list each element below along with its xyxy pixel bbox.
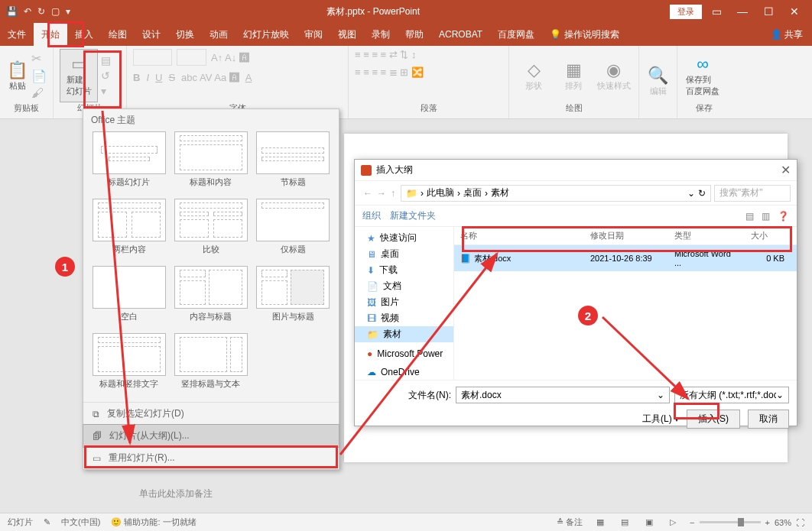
new-slide-button[interactable]: ▭新建 幻灯片	[60, 49, 98, 102]
help-icon[interactable]: ❓	[770, 211, 789, 222]
tab-slideshow[interactable]: 幻灯片放映	[235, 23, 297, 46]
tree-downloads[interactable]: ⬇下载	[355, 262, 453, 278]
zoom-slider[interactable]	[700, 521, 761, 523]
menu-duplicate-slides[interactable]: ⧉复制选定幻灯片(D)	[83, 403, 339, 425]
layout-vtitle-text[interactable]: 竖排标题与文本	[173, 333, 248, 394]
qat-dropdown-icon[interactable]: ▾	[66, 6, 70, 17]
notes-button[interactable]: ≙ 备注	[557, 516, 583, 528]
menu-reuse-slides[interactable]: ▭重用幻灯片(R)...	[83, 447, 339, 469]
tree-quick-access[interactable]: ★快速访问	[355, 230, 453, 246]
status-slide[interactable]: 幻灯片	[8, 516, 33, 528]
tab-home[interactable]: 开始	[34, 23, 67, 46]
tab-insert[interactable]: 插入	[67, 23, 101, 46]
view-options-icon[interactable]: ▤	[738, 211, 754, 222]
maximize-icon[interactable]: ☐	[757, 5, 780, 18]
editing-button[interactable]: 🔍编辑	[645, 55, 671, 108]
layout-title-slide[interactable]: 标题幻灯片	[91, 131, 167, 193]
preview-pane-icon[interactable]: ▥	[754, 211, 770, 222]
reading-view-icon[interactable]: ▣	[642, 517, 656, 527]
chevron-down-icon[interactable]: ⌄	[776, 390, 784, 400]
cancel-button[interactable]: 取消	[748, 410, 789, 429]
tools-button[interactable]: 工具(L) ▾	[642, 413, 679, 426]
zoom-control[interactable]: − + 63% ⛶	[690, 518, 804, 527]
from-start-icon[interactable]: ▢	[51, 6, 60, 17]
new-folder-button[interactable]: 新建文件夹	[390, 210, 445, 221]
section-icon[interactable]: ▾	[101, 85, 111, 97]
styles-button[interactable]: ◉快速样式	[596, 49, 632, 102]
tab-help[interactable]: 帮助	[398, 23, 431, 46]
ribbon-options-icon[interactable]: ▭	[705, 5, 728, 18]
chevron-down-icon[interactable]: ⌄	[687, 188, 695, 199]
tree-videos[interactable]: 🎞视频	[355, 310, 453, 326]
login-button[interactable]: 登录	[670, 5, 702, 19]
spellcheck-icon[interactable]: ✎	[44, 517, 50, 527]
zoom-in-icon[interactable]: +	[765, 518, 770, 527]
close-icon[interactable]: ✕	[783, 5, 806, 18]
layout-section-header[interactable]: 节标题	[255, 131, 331, 193]
breadcrumb[interactable]: 📁 › 此电脑 › 桌面 › 素材 ⌄↻	[401, 185, 711, 202]
col-date[interactable]: 修改日期	[584, 227, 668, 244]
nav-forward-icon[interactable]: →	[375, 188, 388, 199]
layout-icon[interactable]: ▤	[101, 54, 111, 66]
tab-record[interactable]: 录制	[364, 23, 398, 46]
layout-title-vtext[interactable]: 标题和竖排文字	[91, 333, 167, 394]
format-painter-icon[interactable]: 🖌	[31, 86, 47, 100]
col-type[interactable]: 类型	[668, 227, 745, 244]
paste-button[interactable]: 📋粘贴	[6, 49, 28, 102]
sorter-view-icon[interactable]: ▤	[618, 517, 632, 527]
redo-icon[interactable]: ↻	[37, 6, 45, 17]
tab-draw[interactable]: 绘图	[101, 23, 135, 46]
minimize-icon[interactable]: —	[731, 5, 754, 18]
dialog-close-icon[interactable]: ✕	[781, 163, 791, 177]
layout-blank[interactable]: 空白	[91, 266, 167, 327]
slideshow-view-icon[interactable]: ▷	[667, 517, 679, 527]
tab-file[interactable]: 文件	[0, 23, 34, 46]
filetype-filter[interactable]: 所有大纲 (*.txt;*.rtf;*.docm;*.d⌄	[674, 387, 789, 403]
layout-content-caption[interactable]: 内容与标题	[173, 266, 248, 327]
chevron-down-icon[interactable]: ⌄	[657, 390, 664, 400]
tree-mspp[interactable]: ●Microsoft Power	[355, 347, 453, 361]
layout-comparison[interactable]: 比较	[173, 199, 248, 260]
status-language[interactable]: 中文(中国)	[61, 516, 100, 528]
tab-baidu[interactable]: 百度网盘	[490, 23, 542, 46]
cut-icon[interactable]: ✂	[31, 51, 47, 66]
filename-input[interactable]: 素材.docx⌄	[456, 387, 670, 403]
save-baidu-button[interactable]: ∞保存到 百度网盘	[684, 49, 722, 102]
fit-window-icon[interactable]: ⛶	[796, 518, 804, 527]
tell-me[interactable]: 💡操作说明搜索	[542, 28, 627, 41]
reset-icon[interactable]: ↺	[101, 70, 111, 82]
insert-button[interactable]: 插入(S)	[687, 410, 740, 429]
layout-title-only[interactable]: 仅标题	[255, 199, 331, 260]
refresh-icon[interactable]: ↻	[698, 188, 706, 199]
normal-view-icon[interactable]: ▦	[593, 517, 607, 527]
tab-animations[interactable]: 动画	[202, 23, 235, 46]
tree-desktop[interactable]: 🖥桌面	[355, 246, 453, 262]
tree-sucai[interactable]: 📁素材	[355, 326, 453, 342]
layout-title-content[interactable]: 标题和内容	[173, 131, 248, 193]
tab-acrobat[interactable]: ACROBAT	[431, 23, 490, 46]
layout-picture-caption[interactable]: 图片与标题	[255, 266, 331, 327]
nav-back-icon[interactable]: ←	[361, 188, 375, 199]
menu-slides-from-outline[interactable]: 🗐幻灯片(从大纲)(L)...	[83, 424, 339, 448]
tab-design[interactable]: 设计	[135, 23, 168, 46]
tree-documents[interactable]: 📄文档	[355, 278, 453, 294]
tab-transitions[interactable]: 切换	[168, 23, 202, 46]
tree-pictures[interactable]: 🖼图片	[355, 294, 453, 310]
nav-up-icon[interactable]: ↑	[388, 188, 398, 199]
shapes-button[interactable]: ◇形状	[515, 49, 552, 102]
layout-two-content[interactable]: 两栏内容	[91, 199, 167, 260]
organize-button[interactable]: 组织	[362, 210, 390, 221]
file-row[interactable]: 📘素材.docx 2021-10-26 8:39 Microsoft Word …	[454, 245, 797, 271]
tab-review[interactable]: 审阅	[297, 23, 330, 46]
col-size[interactable]: 大小	[745, 227, 791, 244]
zoom-level[interactable]: 63%	[775, 518, 791, 527]
save-icon[interactable]: 💾	[6, 6, 18, 17]
undo-icon[interactable]: ↶	[24, 6, 31, 17]
zoom-out-icon[interactable]: −	[690, 518, 694, 527]
copy-icon[interactable]: 📄	[31, 69, 47, 83]
share-button[interactable]: 👤 共享	[762, 28, 812, 41]
arrange-button[interactable]: ▦排列	[555, 49, 592, 102]
tab-view[interactable]: 视图	[330, 23, 364, 46]
tree-onedrive[interactable]: ☁OneDrive	[355, 365, 453, 379]
notes-placeholder[interactable]: 单击此处添加备注	[139, 487, 213, 500]
